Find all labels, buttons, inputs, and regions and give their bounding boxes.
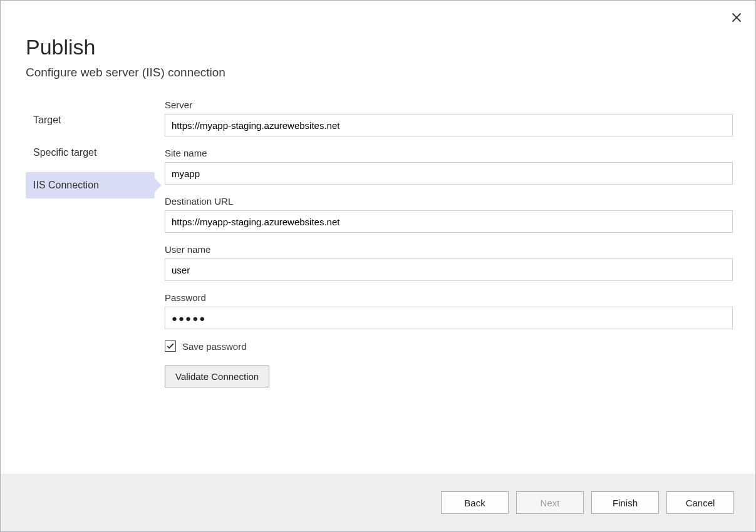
sidebar-item-label: IIS Connection [33, 180, 99, 190]
cancel-button[interactable]: Cancel [666, 491, 734, 514]
desturl-group: Destination URL [165, 196, 733, 233]
sitename-label: Site name [165, 148, 733, 158]
savepassword-label: Save password [182, 341, 247, 352]
next-button[interactable]: Next [516, 491, 584, 514]
dialog-footer: Back Next Finish Cancel [1, 474, 755, 531]
form-area: Server Site name Destination URL User na… [155, 100, 755, 474]
server-label: Server [165, 100, 733, 110]
desturl-input[interactable] [165, 210, 733, 233]
password-label: Password [165, 292, 733, 303]
back-button[interactable]: Back [441, 491, 509, 514]
sidebar-item-label: Target [33, 115, 61, 125]
sitename-group: Site name [165, 148, 733, 185]
username-group: User name [165, 244, 733, 281]
sidebar-item-iis-connection[interactable]: IIS Connection [26, 172, 155, 198]
sidebar-item-target[interactable]: Target [26, 107, 155, 133]
dialog-subtitle: Configure web server (IIS) connection [26, 66, 730, 79]
wizard-sidebar: Target Specific target IIS Connection [1, 100, 155, 474]
validate-connection-button[interactable]: Validate Connection [165, 366, 269, 387]
check-icon [166, 342, 175, 350]
sidebar-item-label: Specific target [33, 147, 96, 158]
password-input[interactable]: ●●●●● [165, 307, 733, 329]
dialog-content: Target Specific target IIS Connection Se… [1, 79, 755, 474]
sitename-input[interactable] [165, 162, 733, 185]
sidebar-item-specific-target[interactable]: Specific target [26, 140, 155, 166]
server-group: Server [165, 100, 733, 136]
password-group: Password ●●●●● [165, 292, 733, 329]
dialog-header: Publish Configure web server (IIS) conne… [1, 1, 755, 79]
dialog-title: Publish [26, 35, 730, 59]
savepassword-checkbox[interactable] [165, 340, 176, 352]
username-label: User name [165, 244, 733, 255]
server-input[interactable] [165, 114, 733, 136]
savepassword-row: Save password [165, 340, 733, 352]
publish-dialog: Publish Configure web server (IIS) conne… [0, 0, 756, 532]
desturl-label: Destination URL [165, 196, 733, 207]
finish-button[interactable]: Finish [591, 491, 659, 514]
close-icon[interactable] [732, 12, 742, 24]
username-input[interactable] [165, 258, 733, 281]
